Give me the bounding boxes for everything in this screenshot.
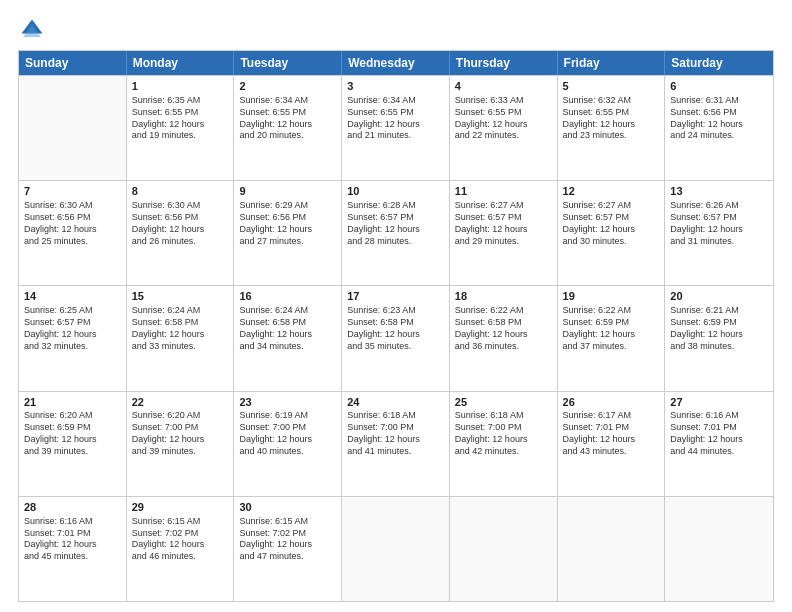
day-info: Sunrise: 6:15 AM Sunset: 7:02 PM Dayligh… (239, 516, 336, 564)
day-info: Sunrise: 6:34 AM Sunset: 6:55 PM Dayligh… (239, 95, 336, 143)
day-number: 15 (132, 289, 229, 304)
day-number: 26 (563, 395, 660, 410)
day-info: Sunrise: 6:17 AM Sunset: 7:01 PM Dayligh… (563, 410, 660, 458)
day-info: Sunrise: 6:24 AM Sunset: 6:58 PM Dayligh… (239, 305, 336, 353)
day-info: Sunrise: 6:30 AM Sunset: 6:56 PM Dayligh… (24, 200, 121, 248)
day-info: Sunrise: 6:26 AM Sunset: 6:57 PM Dayligh… (670, 200, 768, 248)
day-number: 10 (347, 184, 444, 199)
day-info: Sunrise: 6:33 AM Sunset: 6:55 PM Dayligh… (455, 95, 552, 143)
header-day-friday: Friday (558, 51, 666, 75)
day-number: 30 (239, 500, 336, 515)
empty-cell (558, 497, 666, 601)
day-number: 12 (563, 184, 660, 199)
day-cell-7: 7Sunrise: 6:30 AM Sunset: 6:56 PM Daylig… (19, 181, 127, 285)
day-cell-1: 1Sunrise: 6:35 AM Sunset: 6:55 PM Daylig… (127, 76, 235, 180)
day-cell-25: 25Sunrise: 6:18 AM Sunset: 7:00 PM Dayli… (450, 392, 558, 496)
day-info: Sunrise: 6:18 AM Sunset: 7:00 PM Dayligh… (347, 410, 444, 458)
day-number: 21 (24, 395, 121, 410)
day-number: 18 (455, 289, 552, 304)
day-info: Sunrise: 6:30 AM Sunset: 6:56 PM Dayligh… (132, 200, 229, 248)
day-info: Sunrise: 6:20 AM Sunset: 6:59 PM Dayligh… (24, 410, 121, 458)
calendar-header: SundayMondayTuesdayWednesdayThursdayFrid… (19, 51, 773, 75)
day-number: 2 (239, 79, 336, 94)
calendar-row-3: 14Sunrise: 6:25 AM Sunset: 6:57 PM Dayli… (19, 285, 773, 390)
day-cell-13: 13Sunrise: 6:26 AM Sunset: 6:57 PM Dayli… (665, 181, 773, 285)
day-cell-20: 20Sunrise: 6:21 AM Sunset: 6:59 PM Dayli… (665, 286, 773, 390)
day-info: Sunrise: 6:20 AM Sunset: 7:00 PM Dayligh… (132, 410, 229, 458)
day-info: Sunrise: 6:22 AM Sunset: 6:59 PM Dayligh… (563, 305, 660, 353)
day-info: Sunrise: 6:32 AM Sunset: 6:55 PM Dayligh… (563, 95, 660, 143)
day-cell-12: 12Sunrise: 6:27 AM Sunset: 6:57 PM Dayli… (558, 181, 666, 285)
day-number: 4 (455, 79, 552, 94)
day-info: Sunrise: 6:23 AM Sunset: 6:58 PM Dayligh… (347, 305, 444, 353)
day-cell-24: 24Sunrise: 6:18 AM Sunset: 7:00 PM Dayli… (342, 392, 450, 496)
day-info: Sunrise: 6:31 AM Sunset: 6:56 PM Dayligh… (670, 95, 768, 143)
day-number: 6 (670, 79, 768, 94)
day-number: 25 (455, 395, 552, 410)
day-cell-9: 9Sunrise: 6:29 AM Sunset: 6:56 PM Daylig… (234, 181, 342, 285)
day-info: Sunrise: 6:18 AM Sunset: 7:00 PM Dayligh… (455, 410, 552, 458)
day-cell-3: 3Sunrise: 6:34 AM Sunset: 6:55 PM Daylig… (342, 76, 450, 180)
day-info: Sunrise: 6:28 AM Sunset: 6:57 PM Dayligh… (347, 200, 444, 248)
day-cell-4: 4Sunrise: 6:33 AM Sunset: 6:55 PM Daylig… (450, 76, 558, 180)
day-info: Sunrise: 6:27 AM Sunset: 6:57 PM Dayligh… (455, 200, 552, 248)
day-number: 1 (132, 79, 229, 94)
day-number: 5 (563, 79, 660, 94)
day-number: 16 (239, 289, 336, 304)
day-number: 19 (563, 289, 660, 304)
day-info: Sunrise: 6:19 AM Sunset: 7:00 PM Dayligh… (239, 410, 336, 458)
day-cell-10: 10Sunrise: 6:28 AM Sunset: 6:57 PM Dayli… (342, 181, 450, 285)
day-info: Sunrise: 6:24 AM Sunset: 6:58 PM Dayligh… (132, 305, 229, 353)
day-info: Sunrise: 6:21 AM Sunset: 6:59 PM Dayligh… (670, 305, 768, 353)
day-info: Sunrise: 6:16 AM Sunset: 7:01 PM Dayligh… (24, 516, 121, 564)
day-info: Sunrise: 6:27 AM Sunset: 6:57 PM Dayligh… (563, 200, 660, 248)
calendar-row-5: 28Sunrise: 6:16 AM Sunset: 7:01 PM Dayli… (19, 496, 773, 601)
day-number: 13 (670, 184, 768, 199)
day-cell-22: 22Sunrise: 6:20 AM Sunset: 7:00 PM Dayli… (127, 392, 235, 496)
day-number: 22 (132, 395, 229, 410)
day-info: Sunrise: 6:25 AM Sunset: 6:57 PM Dayligh… (24, 305, 121, 353)
logo (18, 16, 50, 44)
day-cell-28: 28Sunrise: 6:16 AM Sunset: 7:01 PM Dayli… (19, 497, 127, 601)
day-number: 23 (239, 395, 336, 410)
calendar-body: 1Sunrise: 6:35 AM Sunset: 6:55 PM Daylig… (19, 75, 773, 601)
day-number: 8 (132, 184, 229, 199)
header (18, 16, 774, 44)
calendar: SundayMondayTuesdayWednesdayThursdayFrid… (18, 50, 774, 602)
day-cell-21: 21Sunrise: 6:20 AM Sunset: 6:59 PM Dayli… (19, 392, 127, 496)
day-info: Sunrise: 6:35 AM Sunset: 6:55 PM Dayligh… (132, 95, 229, 143)
logo-icon (18, 16, 46, 44)
header-day-thursday: Thursday (450, 51, 558, 75)
day-number: 3 (347, 79, 444, 94)
day-number: 11 (455, 184, 552, 199)
calendar-row-1: 1Sunrise: 6:35 AM Sunset: 6:55 PM Daylig… (19, 75, 773, 180)
day-number: 24 (347, 395, 444, 410)
day-cell-27: 27Sunrise: 6:16 AM Sunset: 7:01 PM Dayli… (665, 392, 773, 496)
day-number: 9 (239, 184, 336, 199)
day-info: Sunrise: 6:22 AM Sunset: 6:58 PM Dayligh… (455, 305, 552, 353)
day-number: 17 (347, 289, 444, 304)
header-day-tuesday: Tuesday (234, 51, 342, 75)
header-day-wednesday: Wednesday (342, 51, 450, 75)
day-info: Sunrise: 6:29 AM Sunset: 6:56 PM Dayligh… (239, 200, 336, 248)
day-cell-30: 30Sunrise: 6:15 AM Sunset: 7:02 PM Dayli… (234, 497, 342, 601)
day-cell-2: 2Sunrise: 6:34 AM Sunset: 6:55 PM Daylig… (234, 76, 342, 180)
calendar-row-4: 21Sunrise: 6:20 AM Sunset: 6:59 PM Dayli… (19, 391, 773, 496)
day-number: 7 (24, 184, 121, 199)
empty-cell (450, 497, 558, 601)
day-cell-19: 19Sunrise: 6:22 AM Sunset: 6:59 PM Dayli… (558, 286, 666, 390)
day-info: Sunrise: 6:34 AM Sunset: 6:55 PM Dayligh… (347, 95, 444, 143)
day-cell-23: 23Sunrise: 6:19 AM Sunset: 7:00 PM Dayli… (234, 392, 342, 496)
day-number: 27 (670, 395, 768, 410)
day-number: 29 (132, 500, 229, 515)
header-day-monday: Monday (127, 51, 235, 75)
day-cell-15: 15Sunrise: 6:24 AM Sunset: 6:58 PM Dayli… (127, 286, 235, 390)
header-day-sunday: Sunday (19, 51, 127, 75)
calendar-row-2: 7Sunrise: 6:30 AM Sunset: 6:56 PM Daylig… (19, 180, 773, 285)
empty-cell (19, 76, 127, 180)
day-info: Sunrise: 6:16 AM Sunset: 7:01 PM Dayligh… (670, 410, 768, 458)
day-cell-11: 11Sunrise: 6:27 AM Sunset: 6:57 PM Dayli… (450, 181, 558, 285)
day-cell-8: 8Sunrise: 6:30 AM Sunset: 6:56 PM Daylig… (127, 181, 235, 285)
day-cell-5: 5Sunrise: 6:32 AM Sunset: 6:55 PM Daylig… (558, 76, 666, 180)
day-info: Sunrise: 6:15 AM Sunset: 7:02 PM Dayligh… (132, 516, 229, 564)
